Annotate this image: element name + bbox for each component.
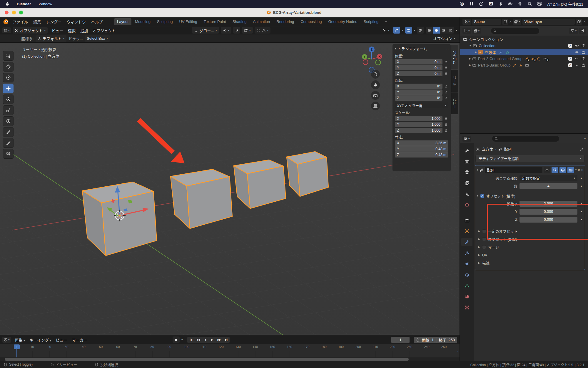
- render-display-toggle[interactable]: [567, 167, 574, 173]
- modifier-section-オフセット (OBJ)[interactable]: ▶オフセット (OBJ): [477, 235, 583, 243]
- outliner-row[interactable]: ▼Collection✓: [460, 42, 588, 49]
- transform-tool[interactable]: [3, 116, 14, 126]
- scene-name-field[interactable]: Scene: [472, 19, 501, 25]
- disable-render-toggle[interactable]: [582, 44, 586, 48]
- rotation-x-field[interactable]: X0°: [395, 84, 442, 89]
- section-checkbox[interactable]: [482, 245, 486, 249]
- workspace-tab[interactable]: Shading: [230, 18, 250, 25]
- animate-dot[interactable]: •: [579, 218, 583, 222]
- properties-options-dropdown[interactable]: ▾: [584, 137, 586, 140]
- shading-wireframe-button[interactable]: [426, 27, 433, 34]
- scale-z-field[interactable]: Z1.000: [395, 128, 442, 133]
- modifier-drag-handle[interactable]: ∷: [581, 168, 583, 172]
- scrollbar-thumb[interactable]: [5, 358, 409, 361]
- lock-icon[interactable]: [444, 72, 448, 75]
- modifier-section-マージ[interactable]: ▶マージ: [477, 243, 583, 251]
- navigation-gizmo[interactable]: ZYX: [358, 44, 385, 74]
- outliner-row[interactable]: ▶Part 1-Basic Group✓: [460, 62, 588, 68]
- control-center-icon[interactable]: [537, 1, 542, 6]
- bluetooth-icon[interactable]: [498, 1, 503, 6]
- outliner-filter-dropdown[interactable]: ▾: [569, 28, 578, 34]
- drag-handle-icon[interactable]: ∷: [447, 47, 448, 50]
- cube-object-4[interactable]: [287, 152, 328, 196]
- overlays-dropdown[interactable]: ▾: [414, 29, 415, 32]
- transform-orientation-dropdown[interactable]: デフォルト▾: [36, 35, 67, 42]
- viewlayer-remove-button[interactable]: ×: [583, 19, 586, 24]
- properties-tab-data[interactable]: [461, 281, 472, 290]
- workspace-tab[interactable]: Compositing: [298, 18, 325, 25]
- workspace-tab[interactable]: Modeling: [132, 18, 153, 25]
- location-y-field[interactable]: Y0 m: [395, 65, 442, 70]
- workspace-tab[interactable]: Scripting: [361, 18, 382, 25]
- workspace-tab[interactable]: Texture Paint: [201, 18, 229, 25]
- dimensions-y-field[interactable]: Y0.48 m: [395, 146, 448, 152]
- animate-dot[interactable]: •: [579, 176, 583, 180]
- rotate-tool[interactable]: [3, 95, 14, 104]
- topbar-menu-ヘルプ[interactable]: ヘルプ: [88, 19, 105, 24]
- properties-tab-texture[interactable]: [461, 303, 472, 311]
- shading-material-button[interactable]: [440, 27, 447, 34]
- hide-viewport-toggle[interactable]: [575, 44, 579, 48]
- window-menu[interactable]: Window: [39, 2, 52, 6]
- apple-menu-icon[interactable]: [5, 2, 9, 6]
- options-dropdown[interactable]: オプション▾: [431, 35, 457, 42]
- jump-start-button[interactable]: |◀: [187, 337, 194, 343]
- viewlayer-selector-icon[interactable]: ▾: [513, 19, 521, 25]
- properties-tab-constraints[interactable]: [461, 271, 472, 279]
- selectable-checkbox[interactable]: ✓: [568, 63, 572, 67]
- zoom-button[interactable]: [371, 70, 380, 79]
- play-reverse-button[interactable]: ◀: [201, 337, 208, 343]
- properties-tab-tool[interactable]: [461, 146, 472, 155]
- topbar-menu-編集[interactable]: 編集: [31, 19, 44, 24]
- modifier-section-先端[interactable]: ▶先端: [477, 259, 583, 267]
- outliner-search-input[interactable]: [491, 28, 539, 34]
- sidebar-tab-ツール[interactable]: ツール: [451, 70, 458, 92]
- scale-tool[interactable]: [3, 105, 14, 115]
- viewport-menu-選択[interactable]: 選択: [66, 28, 78, 33]
- timeline-ruler[interactable]: 1020304050607080901001101201301401501601…: [0, 344, 460, 357]
- topbar-menu-ウィンドウ[interactable]: ウィンドウ: [64, 19, 88, 24]
- lock-icon[interactable]: [444, 129, 448, 132]
- modifier-extras-dropdown[interactable]: ▾: [575, 169, 577, 171]
- topbar-menu-ファイル[interactable]: ファイル: [10, 19, 31, 24]
- section-checkbox[interactable]: [482, 229, 486, 233]
- timeline-menu-再生[interactable]: 再生 ▾: [13, 337, 27, 343]
- lock-icon[interactable]: [444, 84, 448, 88]
- fit-type-dropdown[interactable]: 定数で指定▾: [519, 175, 577, 181]
- timeline-editor-type-button[interactable]: ▾: [2, 337, 11, 343]
- workspace-tab[interactable]: Sculpting: [154, 18, 176, 25]
- annotate-tool[interactable]: [3, 127, 14, 137]
- expander-icon[interactable]: ▼: [469, 44, 472, 47]
- proportional-editing-dropdown[interactable]: ▾: [255, 27, 271, 34]
- workspace-tab[interactable]: Layout: [114, 18, 131, 25]
- active-tool-dropdown[interactable]: Select Box▾: [85, 35, 110, 42]
- offset-factor-field[interactable]: 0.000: [519, 209, 577, 215]
- airpods-icon[interactable]: [469, 1, 474, 6]
- gizmo-dropdown[interactable]: ▾: [402, 29, 403, 32]
- expander-icon[interactable]: ▶: [469, 57, 471, 60]
- scene-copy-button[interactable]: [502, 19, 508, 25]
- modifier-section-一定のオフセット[interactable]: ▶一定のオフセット: [477, 227, 583, 235]
- properties-tab-material[interactable]: [461, 292, 472, 301]
- add-workspace-button[interactable]: +: [382, 18, 390, 25]
- app-menu[interactable]: Blender: [17, 2, 31, 6]
- shading-rendered-button[interactable]: [447, 27, 454, 34]
- keying-dropdown[interactable]: ▾: [181, 339, 183, 341]
- pivot-dropdown[interactable]: ▾: [221, 27, 232, 34]
- scale-x-field[interactable]: X1.000: [395, 116, 442, 121]
- new-collection-button[interactable]: [579, 28, 586, 34]
- properties-tab-render[interactable]: [461, 157, 472, 165]
- menubar-clock[interactable]: 7月27日(水) 午後8:21: [547, 1, 583, 7]
- outliner-row[interactable]: シーンコレクション: [460, 36, 588, 42]
- scene-unlink-button[interactable]: ×: [510, 19, 512, 24]
- timeline-menu-ビュー[interactable]: ビュー: [54, 337, 70, 343]
- snap-settings-dropdown[interactable]: ▾: [242, 27, 253, 34]
- lock-icon[interactable]: [444, 66, 448, 69]
- measure-tool[interactable]: [3, 138, 14, 148]
- add-cube-tool[interactable]: [3, 149, 14, 159]
- on-cage-toggle[interactable]: [552, 167, 558, 173]
- cube-object-3[interactable]: [234, 160, 286, 208]
- play-button[interactable]: ▶: [208, 337, 216, 343]
- visibility-dropdown[interactable]: ▾: [380, 27, 392, 34]
- viewport-menu-ビュー[interactable]: ビュー: [49, 28, 66, 33]
